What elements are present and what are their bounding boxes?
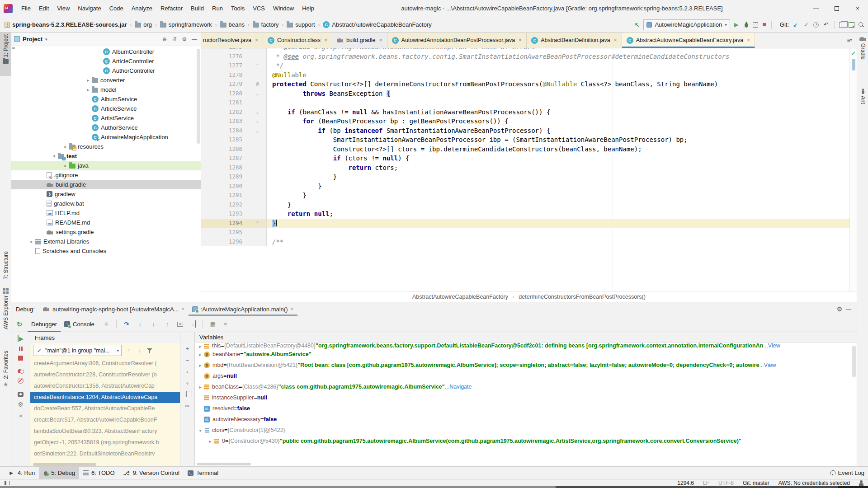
resume-icon[interactable]: ▶ xyxy=(18,335,24,342)
menu-file[interactable]: File xyxy=(17,0,35,17)
menu-navigate[interactable]: Navigate xyxy=(74,0,105,17)
minimize-button[interactable]: — xyxy=(806,0,826,17)
debug-tab-active[interactable]: :AutowireMagicApplication.main()× xyxy=(189,302,297,316)
hide-debug-panel-icon[interactable]: — xyxy=(845,305,852,313)
tree-item-authorservice[interactable]: CAuthorService xyxy=(11,123,201,132)
previous-frame-icon[interactable]: ↑ xyxy=(125,347,132,354)
debug-settings-icon[interactable]: ⚙ xyxy=(836,305,843,313)
value-link[interactable]: Navigate xyxy=(449,384,472,390)
tree-item-build-gradle[interactable]: build.gradle xyxy=(11,180,201,189)
stop-process-icon[interactable] xyxy=(18,356,23,361)
editor-tab-autowiredannotationbeanpostprocessor-java[interactable]: CAutowiredAnnotationBeanPostProcessor.ja… xyxy=(387,33,527,48)
editor-scrollbar[interactable]: ✓ xyxy=(849,48,857,291)
tab-list-icon[interactable]: ≡ xyxy=(846,37,853,44)
line-number[interactable]: 1296 xyxy=(201,237,249,247)
run-to-cursor-icon[interactable]: → xyxy=(189,320,196,328)
hide-library-frames-icon[interactable] xyxy=(147,348,152,353)
menu-vcs[interactable]: VCS xyxy=(249,0,269,17)
close-tab-icon[interactable]: × xyxy=(614,37,617,43)
chevron-down-icon[interactable]: ▾ xyxy=(51,154,58,159)
line-number[interactable]: 1292 xyxy=(201,200,249,210)
menu-run[interactable]: Run xyxy=(208,0,227,17)
code-editor[interactable]: 1275 * @throws org.springframework.beans… xyxy=(201,48,849,291)
run-config-select[interactable]: AutowireMagicApplication ▾ xyxy=(643,19,730,30)
copy-icon[interactable] xyxy=(185,392,190,397)
tab-console[interactable]: ›Console xyxy=(61,316,98,332)
value-link[interactable]: View xyxy=(768,343,780,349)
close-tab-icon[interactable]: × xyxy=(379,37,382,43)
line-number[interactable]: 1285 xyxy=(201,135,249,145)
fold-marker-icon[interactable]: ⌃ xyxy=(249,219,267,228)
move-down-icon[interactable]: ▼ xyxy=(184,380,191,387)
chevron-right-icon[interactable]: ▸ xyxy=(28,239,35,244)
editor-tab-abstractautowirecapablebeanfactory-java[interactable]: CAbstractAutowireCapableBeanFactory.java… xyxy=(622,33,755,48)
camera-icon[interactable] xyxy=(18,392,24,397)
thread-selector[interactable]: ✓ "main"@1 in group "mai... ▾ xyxy=(33,345,122,356)
project-scrollbar-thumb[interactable] xyxy=(197,49,200,144)
sidebar-item-aws-explorer[interactable]: AWS Explorer xyxy=(0,286,11,331)
maximize-button[interactable] xyxy=(826,0,847,17)
tree-item-scratches-and-consoles[interactable]: Scratches and Consoles xyxy=(11,246,201,256)
line-number[interactable]: 1291 xyxy=(201,191,249,200)
sidebar-item-favorites[interactable]: 2: Favorites ★ xyxy=(0,349,11,390)
chevron-right-icon[interactable]: ▸ xyxy=(62,144,69,149)
close-tab-icon[interactable]: × xyxy=(255,37,258,43)
clock-icon[interactable] xyxy=(813,22,819,28)
toolwindow-button-terminal[interactable]: ›_Terminal xyxy=(184,467,222,479)
frame-row[interactable]: getSingleton:222, DefaultSingletonBeanRe… xyxy=(30,448,180,455)
breadcrumb-method[interactable]: determineConstructorsFromBeanPostProcess… xyxy=(519,294,646,300)
hector-icon[interactable] xyxy=(859,480,863,486)
breadcrumb-item[interactable]: CAbstractAutowireCapableBeanFactory xyxy=(322,21,432,28)
coverage-icon[interactable] xyxy=(753,22,758,28)
update-icon[interactable]: ↙ xyxy=(792,21,799,28)
menu-help[interactable]: Help xyxy=(298,0,318,17)
back-icon[interactable]: ↖ xyxy=(633,21,641,28)
tree-item-settings-gradle[interactable]: settings.gradle xyxy=(11,227,201,237)
status-item-utf-8[interactable]: UTF-8 xyxy=(718,480,734,486)
fold-marker-icon[interactable]: ⌄ xyxy=(249,117,267,126)
close-tab-icon[interactable]: × xyxy=(290,306,293,312)
tree-item-java[interactable]: ▸java xyxy=(11,161,201,170)
step-into-icon[interactable]: ↓ xyxy=(137,320,144,328)
settings-icon[interactable]: ⚙ xyxy=(17,401,24,408)
editor-tab-ructorresolver-java[interactable]: ructorResolver.java× xyxy=(201,33,263,48)
tree-item-model[interactable]: ▸model xyxy=(11,85,201,94)
move-up-icon[interactable]: ▲ xyxy=(184,368,191,375)
editor-tab-abstractbeandefinition-java[interactable]: CAbstractBeanDefinition.java× xyxy=(527,33,622,48)
fold-marker-icon[interactable]: ⌄ xyxy=(249,108,267,117)
chevron-right-icon[interactable]: ▸ xyxy=(207,439,214,444)
tree-item-readme-md[interactable]: MDREADME.md xyxy=(11,218,201,227)
tree-item-articlecontroller[interactable]: CArticleController xyxy=(11,56,201,66)
view-breakpoints-icon[interactable] xyxy=(18,369,24,374)
variable-row[interactable]: ▸beanClass = {Class@4286} "class com.git… xyxy=(197,381,857,392)
variable-row[interactable]: pargs = null xyxy=(197,371,857,381)
tree-item-albumcontroller[interactable]: CAlbumController xyxy=(11,47,201,56)
chevron-right-icon[interactable]: ▸ xyxy=(197,352,204,357)
editor-window-icon[interactable] xyxy=(849,22,854,28)
variable-row[interactable]: ▸this = {DefaultListableBeanFactory@4480… xyxy=(197,343,857,349)
close-tab-icon[interactable]: × xyxy=(519,37,522,43)
frame-row[interactable]: autowireConstructor:1358, AbstractAutowi… xyxy=(30,380,180,392)
line-number[interactable]: 1287 xyxy=(201,154,249,163)
chevron-down-icon[interactable]: ▾ xyxy=(197,428,204,433)
toolwindow-button-4-run[interactable]: ▶4: Run xyxy=(4,467,39,479)
frame-row[interactable]: doCreateBean:557, AbstractAutowireCapabl… xyxy=(30,403,180,414)
chevron-right-icon[interactable]: ▸ xyxy=(197,344,204,349)
sidebar-item-gradle[interactable]: Gradle xyxy=(857,34,868,61)
remove-watch-icon[interactable]: − xyxy=(184,357,191,364)
tree-item-converter[interactable]: ▸converter xyxy=(11,75,201,85)
variables-hscrollbar[interactable] xyxy=(197,463,251,465)
sidebar-item-structure[interactable]: 7: Structure xyxy=(0,249,11,281)
frames-hscrollbar[interactable] xyxy=(33,463,96,466)
line-number[interactable]: 1293 xyxy=(201,209,249,219)
chevron-right-icon[interactable]: ▸ xyxy=(197,385,204,389)
editor-tab-build-gradle[interactable]: build.gradle× xyxy=(332,33,387,48)
sidebar-item-ant[interactable]: Ant xyxy=(857,87,868,106)
step-out-icon[interactable]: ↑ xyxy=(164,320,171,328)
pause-icon[interactable] xyxy=(18,346,24,352)
event-log-button[interactable]: Event Log xyxy=(830,469,864,476)
variable-row[interactable]: 01autowireNecessary = false xyxy=(197,414,857,425)
status-item-git[interactable]: Git: master xyxy=(743,480,769,486)
line-number[interactable]: 1277 xyxy=(201,61,249,70)
override-marker-icon[interactable]: @ xyxy=(249,80,267,89)
